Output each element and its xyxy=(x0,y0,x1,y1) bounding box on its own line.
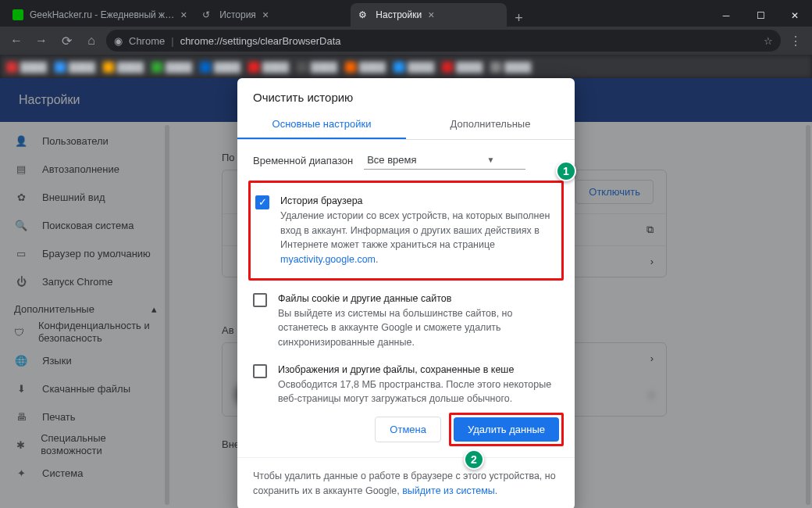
annotation-badge-1: 1 xyxy=(556,161,576,181)
maximize-button[interactable]: ☐ xyxy=(743,5,778,27)
clear-data-dialog: Очистить историю Основные настройки Допо… xyxy=(237,78,575,508)
clear-data-button[interactable]: Удалить данные xyxy=(454,417,559,442)
url-protocol: Chrome xyxy=(129,35,165,47)
browser-toolbar: ← → ⟳ ⌂ ◉ Chrome | chrome://settings/cle… xyxy=(0,27,812,55)
option-cache[interactable]: Изображения и другие файлы, сохраненные … xyxy=(253,356,559,413)
option-cookies[interactable]: Файлы cookie и другие данные сайтовВы вы… xyxy=(253,285,559,356)
bookmark-star-icon[interactable]: ☆ xyxy=(764,35,773,47)
dialog-title: Очистить историю xyxy=(237,78,575,110)
url-path: chrome://settings/clearBrowserData xyxy=(180,35,341,47)
dialog-tabs: Основные настройки Дополнительные xyxy=(237,110,575,140)
address-bar[interactable]: ◉ Chrome | chrome://settings/clearBrowse… xyxy=(106,30,781,52)
time-range-select[interactable]: Все время ▼ xyxy=(364,151,525,170)
tab-label: История xyxy=(219,9,256,20)
option-browsing-history[interactable]: ✓ История браузера Удаление истории со в… xyxy=(255,188,557,274)
tab-basic[interactable]: Основные настройки xyxy=(237,110,406,139)
close-window-button[interactable]: ✕ xyxy=(778,5,812,27)
dialog-buttons: Отмена Удалить данные xyxy=(237,413,575,457)
menu-button[interactable]: ⋮ xyxy=(785,30,806,51)
cancel-button[interactable]: Отмена xyxy=(375,417,441,442)
forward-button[interactable]: → xyxy=(31,30,52,51)
close-icon[interactable]: × xyxy=(428,9,434,21)
tab-history[interactable]: ↺ История × xyxy=(194,3,351,27)
home-button[interactable]: ⌂ xyxy=(81,30,102,51)
signout-note: Чтобы удалить данные о работе в браузере… xyxy=(237,457,575,508)
checkbox-history[interactable]: ✓ xyxy=(255,195,269,209)
close-icon[interactable]: × xyxy=(262,9,269,21)
reload-button[interactable]: ⟳ xyxy=(56,30,77,51)
chevron-down-icon: ▼ xyxy=(440,156,495,164)
browser-tabs: GeekHacker.ru - Ежедневный ж… × ↺ Истори… xyxy=(0,0,709,27)
back-button[interactable]: ← xyxy=(6,30,27,51)
range-label: Временной диапазон xyxy=(253,155,353,166)
close-icon[interactable]: × xyxy=(180,9,187,21)
new-tab-button[interactable]: + xyxy=(507,10,531,27)
tab-geekhacker[interactable]: GeekHacker.ru - Ежедневный ж… × xyxy=(5,3,194,27)
tab-settings[interactable]: ⚙ Настройки × xyxy=(351,3,507,27)
tab-label: GeekHacker.ru - Ежедневный ж… xyxy=(30,9,174,20)
window-titlebar: GeekHacker.ru - Ежедневный ж… × ↺ Истори… xyxy=(0,0,812,27)
tab-label: Настройки xyxy=(376,9,422,20)
checkbox-cache[interactable] xyxy=(253,364,267,378)
tab-advanced[interactable]: Дополнительные xyxy=(406,110,575,139)
annotation-highlight-1: ✓ История браузера Удаление истории со в… xyxy=(248,181,564,281)
annotation-badge-2: 2 xyxy=(464,449,484,470)
site-info-icon[interactable]: ◉ xyxy=(114,35,123,47)
myactivity-link[interactable]: myactivity.google.com xyxy=(280,254,376,265)
checkbox-cookies[interactable] xyxy=(253,293,267,307)
minimize-button[interactable]: ─ xyxy=(709,5,743,27)
window-controls: ─ ☐ ✕ xyxy=(709,5,812,27)
bookmarks-bar: ████ ████ ████ ████ ████ ████ ████ ████ … xyxy=(0,55,812,78)
annotation-highlight-2: Удалить данные xyxy=(449,413,564,446)
signout-link[interactable]: выйдите из системы xyxy=(402,485,495,496)
time-range-row: Временной диапазон Все время ▼ xyxy=(237,140,575,181)
